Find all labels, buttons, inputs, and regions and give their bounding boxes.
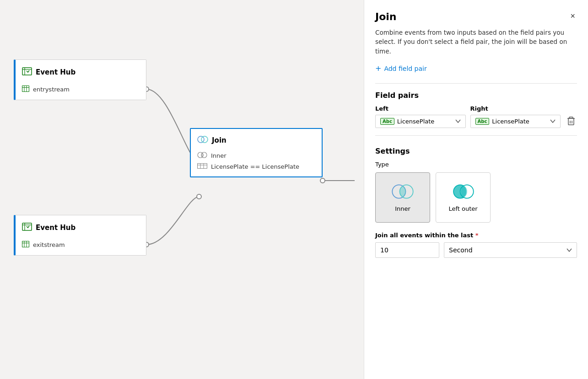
event-hub-1-header: Event Hub (16, 60, 146, 83)
svg-point-20 (201, 136, 208, 143)
left-dropdown-chevron-icon (455, 119, 461, 124)
settings-title: Settings (375, 147, 577, 155)
type-card-left-outer[interactable]: Left outer (436, 172, 491, 223)
join-type-row: Inner (191, 150, 322, 161)
event-hub-node-1[interactable]: Event Hub entrystream (14, 59, 146, 100)
panel-header: Join × (375, 11, 577, 22)
field-pair-row-1: Left Abc LicensePlate Right Abc LicenseP… (375, 105, 577, 128)
event-hub-2-body: exitstream (16, 238, 146, 255)
panel-description: Combine events from two inputs based on … (375, 28, 577, 56)
right-field-col: Right Abc LicensePlate (470, 105, 561, 128)
type-inner-label: Inner (395, 205, 410, 212)
join-unit-select[interactable]: Second (444, 242, 577, 258)
left-field-dropdown[interactable]: Abc LicensePlate (375, 115, 466, 128)
type-label: Type (375, 161, 577, 168)
join-condition-row: LicensePlate == LicensePlate (191, 161, 322, 176)
join-within-value-input[interactable] (375, 242, 439, 258)
join-node[interactable]: Join Inner LicensePlate == (190, 128, 323, 177)
right-field-label: Right (470, 105, 561, 112)
event-hub-2-title: Event Hub (36, 224, 76, 232)
type-left-outer-label: Left outer (448, 205, 477, 212)
event-hub-2-table-icon (22, 241, 29, 249)
right-field-value: LicensePlate (492, 118, 547, 125)
event-hub-1-table-icon (22, 85, 29, 93)
event-hub-1-body: entrystream (16, 83, 146, 100)
required-star: * (475, 232, 479, 239)
join-condition-icon (197, 163, 207, 170)
join-node-title: Join (212, 136, 227, 144)
left-abc-badge: Abc (380, 118, 394, 125)
svg-rect-8 (22, 86, 29, 92)
event-hub-1-title: Event Hub (36, 68, 76, 76)
svg-point-3 (197, 194, 201, 199)
divider-2 (375, 135, 577, 136)
svg-rect-23 (198, 164, 207, 169)
join-within-row: Second (375, 242, 577, 258)
event-hub-icon-2 (22, 222, 32, 234)
left-field-col: Left Abc LicensePlate (375, 105, 466, 128)
add-field-pair-label: Add field pair (384, 65, 426, 72)
svg-point-4 (320, 178, 325, 183)
inner-venn-icon (390, 182, 415, 201)
field-pairs-section: Field pairs Left Abc LicensePlate Right … (375, 91, 577, 135)
type-card-inner[interactable]: Inner (375, 172, 430, 223)
delete-field-pair-button[interactable] (565, 115, 577, 128)
right-field-dropdown[interactable]: Abc LicensePlate (470, 115, 561, 128)
join-within-label: Join all events within the last * (375, 232, 577, 239)
divider-1 (375, 83, 577, 84)
event-hub-node-2[interactable]: Event Hub exitstream (14, 215, 146, 256)
join-condition-text: LicensePlate == LicensePlate (211, 163, 299, 170)
svg-point-19 (198, 136, 204, 143)
svg-rect-27 (568, 118, 574, 125)
unit-chevron-icon (566, 248, 572, 252)
event-hub-2-stream: exitstream (33, 241, 65, 248)
svg-rect-15 (22, 241, 29, 247)
type-options: Inner Left outer (375, 172, 577, 223)
field-pairs-title: Field pairs (375, 91, 577, 100)
right-dropdown-chevron-icon (550, 119, 556, 124)
close-button[interactable]: × (568, 11, 577, 21)
right-panel: Join × Combine events from two inputs ba… (364, 0, 588, 379)
left-field-label: Left (375, 105, 466, 112)
add-icon: + (375, 65, 381, 72)
event-hub-icon-1 (22, 66, 32, 78)
canvas-area: Event Hub entrystream (0, 0, 364, 379)
join-type-label: Inner (211, 152, 227, 159)
join-node-icon (197, 135, 208, 145)
event-hub-2-header: Event Hub (16, 215, 146, 238)
inner-join-icon (197, 152, 207, 160)
join-node-header: Join (191, 129, 322, 150)
join-unit-value: Second (449, 246, 473, 254)
left-outer-venn-icon (450, 182, 476, 201)
add-field-pair-button[interactable]: + Add field pair (375, 63, 577, 74)
left-field-value: LicensePlate (397, 118, 453, 125)
panel-title: Join (375, 11, 397, 22)
settings-section: Settings Type Inner (375, 147, 577, 258)
right-abc-badge: Abc (475, 118, 490, 125)
join-within-section: Join all events within the last * Second (375, 232, 577, 258)
event-hub-1-stream: entrystream (33, 86, 70, 93)
connections-svg (0, 0, 364, 379)
